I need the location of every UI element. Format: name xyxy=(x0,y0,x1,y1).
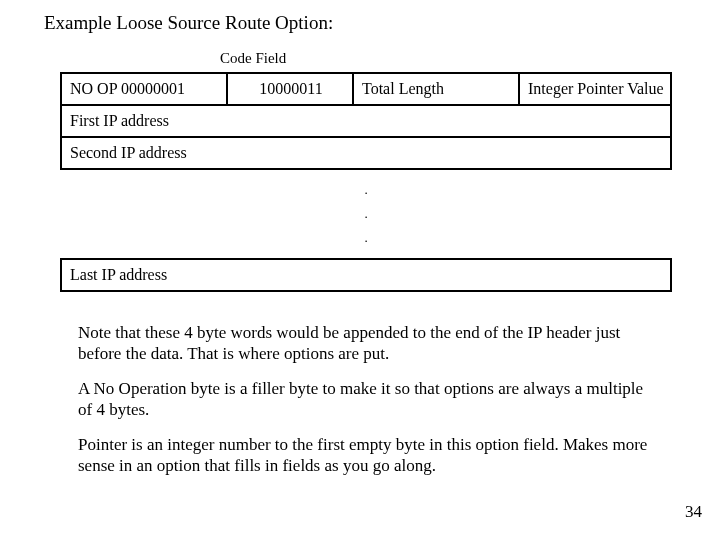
last-row-container: Last IP address xyxy=(60,258,672,292)
table-row: Last IP address xyxy=(60,258,672,292)
page-title: Example Loose Source Route Option: xyxy=(44,12,333,34)
paragraph: Pointer is an integer number to the firs… xyxy=(78,434,658,477)
table-row: First IP address xyxy=(60,104,672,136)
cell-first-ip: First IP address xyxy=(62,106,670,136)
dot: . xyxy=(60,202,672,226)
table-header-row: NO OP 00000001 10000011 Total Length Int… xyxy=(60,72,672,104)
page-number: 34 xyxy=(685,502,702,522)
option-table: NO OP 00000001 10000011 Total Length Int… xyxy=(60,72,672,170)
cell-pointer: Integer Pointer Value xyxy=(520,74,670,104)
cell-last-ip: Last IP address xyxy=(62,260,670,290)
cell-noop: NO OP 00000001 xyxy=(62,74,228,104)
paragraph: A No Operation byte is a filler byte to … xyxy=(78,378,658,421)
paragraph: Note that these 4 byte words would be ap… xyxy=(78,322,658,365)
cell-code: 10000011 xyxy=(228,74,354,104)
cell-second-ip: Second IP address xyxy=(62,138,670,168)
table-row: Second IP address xyxy=(60,136,672,170)
cell-length: Total Length xyxy=(354,74,520,104)
dot: . xyxy=(60,226,672,250)
ellipsis-dots: . . . xyxy=(60,178,672,250)
dot: . xyxy=(60,178,672,202)
code-field-label: Code Field xyxy=(220,50,286,67)
